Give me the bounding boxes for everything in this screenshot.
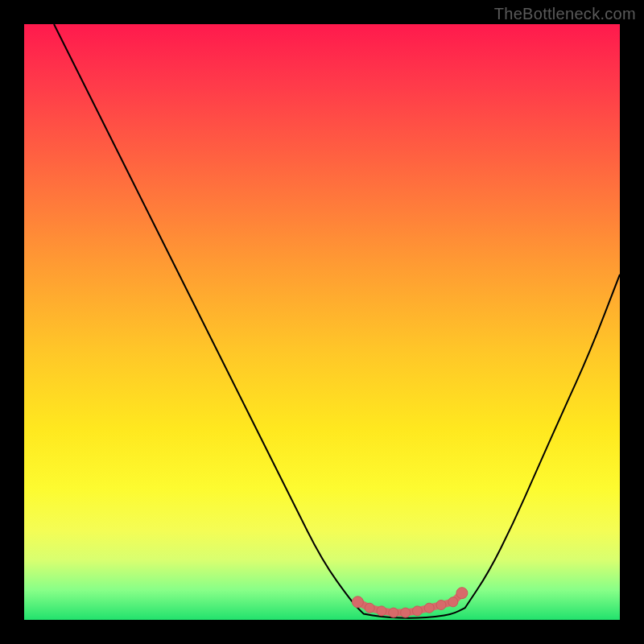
- valley-marker: [456, 588, 468, 599]
- valley-marker: [389, 608, 398, 617]
- valley-marker: [352, 597, 363, 608]
- valley-marker-group: [352, 588, 468, 617]
- bottleneck-curve: [54, 24, 620, 618]
- valley-marker: [424, 603, 434, 613]
- valley-marker: [401, 608, 411, 617]
- valley-marker: [365, 603, 374, 613]
- watermark-text: TheBottleneck.com: [494, 5, 636, 23]
- valley-marker: [436, 601, 446, 610]
- valley-marker: [412, 606, 422, 616]
- chart-frame: TheBottleneck.com: [0, 0, 644, 644]
- valley-marker: [448, 597, 458, 607]
- plot-area: [24, 24, 620, 620]
- curve-layer: [24, 24, 620, 620]
- valley-marker: [377, 606, 386, 616]
